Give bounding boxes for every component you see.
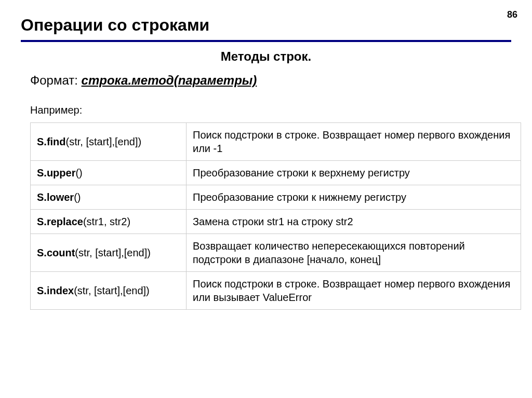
method-name: S.count: [37, 247, 75, 258]
example-label: Например:: [21, 104, 511, 116]
method-args: (str1, str2): [83, 216, 130, 227]
method-args: (): [74, 191, 81, 203]
desc-cell: Возвращает количество непересекающихся п…: [187, 234, 521, 272]
method-args: (): [75, 167, 82, 179]
format-label: Формат:: [30, 73, 82, 87]
method-name: S.index: [37, 285, 74, 296]
method-name: S.upper: [37, 167, 75, 179]
page-title: Операции со строками: [21, 16, 511, 42]
table-row: S.find(str, [start],[end]) Поиск подстро…: [31, 123, 521, 161]
method-cell: S.replace(str1, str2): [31, 210, 187, 234]
subtitle: Методы строк.: [21, 49, 511, 64]
method-cell: S.index(str, [start],[end]): [31, 272, 187, 310]
table-row: S.replace(str1, str2) Замена строки str1…: [31, 210, 521, 234]
desc-cell: Замена строки str1 на строку str2: [187, 210, 521, 234]
method-name: S.lower: [37, 191, 74, 203]
page-number: 86: [507, 9, 517, 20]
methods-table: S.find(str, [start],[end]) Поиск подстро…: [30, 122, 521, 310]
method-args: (str, [start],[end]): [75, 247, 151, 258]
method-cell: S.lower(): [31, 185, 187, 210]
method-cell: S.find(str, [start],[end]): [31, 123, 187, 161]
desc-cell: Поиск подстроки в строке. Возвращает ном…: [187, 123, 521, 161]
desc-cell: Преобразование строки к нижнему регистру: [187, 185, 521, 210]
desc-cell: Преобразование строки к верхнему регистр…: [187, 161, 521, 185]
method-name: S.replace: [37, 216, 83, 227]
method-args: (str, [start],[end]): [66, 136, 142, 147]
format-line: Формат: строка.метод(параметры): [21, 73, 511, 88]
table-row: S.index(str, [start],[end]) Поиск подстр…: [31, 272, 521, 310]
table-row: S.lower() Преобразование строки к нижнем…: [31, 185, 521, 210]
desc-cell: Поиск подстроки в строке. Возвращает ном…: [187, 272, 521, 310]
table-row: S.upper() Преобразование строки к верхне…: [31, 161, 521, 185]
method-cell: S.upper(): [31, 161, 187, 185]
format-value: строка.метод(параметры): [82, 73, 257, 87]
table-row: S.count(str, [start],[end]) Возвращает к…: [31, 234, 521, 272]
method-cell: S.count(str, [start],[end]): [31, 234, 187, 272]
method-args: (str, [start],[end]): [74, 285, 150, 296]
method-name: S.find: [37, 136, 66, 147]
